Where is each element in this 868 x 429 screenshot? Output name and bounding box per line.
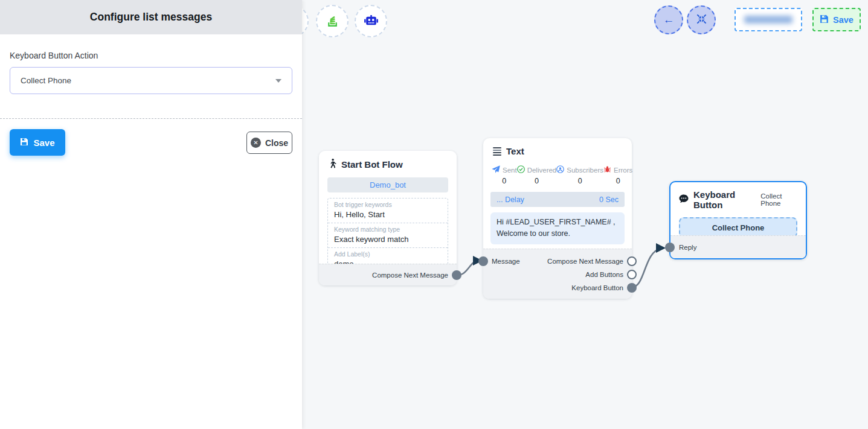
- bars-icon: [493, 147, 501, 156]
- detail-row: Bot trigger keywords Hi, Hello, Start: [328, 199, 448, 223]
- flow-save-label: Save: [833, 15, 854, 25]
- input-port-message[interactable]: [478, 256, 488, 266]
- close-icon: ✕: [251, 138, 261, 148]
- delay-value: 0 Sec: [599, 195, 619, 204]
- stack-flows-button[interactable]: [316, 5, 349, 37]
- panel-title: Configure list messages: [0, 0, 302, 34]
- detail-label: Add Label(s): [334, 250, 442, 258]
- message-preview[interactable]: Hi #LEAD_USER_FIRST_NAME# , Welcome to o…: [490, 212, 625, 244]
- keyboard-node-header: Keyboard Button Collect Phone: [670, 182, 806, 216]
- start-node-details[interactable]: Bot trigger keywords Hi, Hello, Start Ke…: [327, 198, 448, 273]
- panel-actions: Save ✕ Close: [0, 119, 302, 156]
- stat-value: 0: [616, 177, 620, 185]
- detail-value: Hi, Hello, Start: [334, 210, 442, 219]
- close-button[interactable]: ✕ Close: [246, 132, 292, 154]
- output-port-compose-next-message[interactable]: [627, 256, 637, 266]
- delay-label: ... Delay: [497, 195, 524, 204]
- floppy-icon: [20, 138, 28, 148]
- output-port-add-buttons[interactable]: [627, 270, 637, 279]
- start-bot-flow-node[interactable]: Start Bot Flow Demo_bot Bot trigger keyw…: [319, 151, 457, 285]
- keyboard-button-action-label: Keyboard Button Action: [10, 51, 292, 60]
- stat-value: 0: [535, 177, 539, 185]
- stat-label: Sent: [503, 167, 517, 174]
- save-button[interactable]: Save: [10, 129, 65, 156]
- detail-value: Exact keyword match: [334, 235, 442, 244]
- keyboard-action-button[interactable]: Collect Phone: [679, 217, 797, 238]
- output-label: Compose Next Message: [372, 272, 448, 279]
- config-panel: Configure list messages Keyboard Button …: [0, 0, 302, 429]
- stats-row: Sent 0 Delivered 0 Subscribers: [483, 161, 632, 185]
- start-node-footer: Compose Next Message: [319, 264, 457, 285]
- text-node-footer: Message Compose Next Message Add Buttons…: [483, 249, 632, 299]
- text-node[interactable]: Text Sent 0 Delivered 0: [483, 138, 632, 299]
- back-arrow-icon: ←: [663, 13, 675, 27]
- floppy-icon: [820, 14, 829, 25]
- stat-label: Delivered: [527, 167, 557, 174]
- delay-row[interactable]: ... Delay 0 Sec: [490, 192, 625, 207]
- start-node-header: Start Bot Flow: [319, 151, 457, 175]
- stat-subscribers: Subscribers 0: [556, 165, 603, 185]
- keyboard-button-node[interactable]: Keyboard Button Collect Phone Collect Ph…: [669, 181, 807, 259]
- bug-icon: [603, 165, 611, 174]
- walking-person-icon: [329, 159, 336, 170]
- redacted-action-button[interactable]: [735, 8, 802, 31]
- start-node-title: Start Bot Flow: [341, 159, 403, 170]
- output-row-add-buttons: Add Buttons: [547, 268, 632, 281]
- stat-errors: Errors 0: [603, 165, 632, 185]
- fit-view-button[interactable]: [687, 5, 716, 34]
- output-label: Keyboard Button: [571, 284, 623, 291]
- text-node-header: Text: [483, 138, 632, 161]
- input-label: Message: [492, 258, 520, 265]
- output-port-compose-next-message[interactable]: [452, 270, 461, 280]
- stack-icon: [324, 12, 341, 31]
- close-button-label: Close: [265, 138, 288, 148]
- output-row-compose-next-message: Compose Next Message: [547, 255, 632, 268]
- stat-value: 0: [578, 177, 582, 185]
- text-node-title: Text: [506, 146, 524, 156]
- keyboard-node-title: Keyboard Button: [693, 189, 756, 210]
- keyboard-button-action-select[interactable]: Collect Phone: [10, 67, 292, 94]
- stat-label: Subscribers: [567, 167, 603, 174]
- robot-icon: [363, 12, 379, 31]
- panel-body: Keyboard Button Action Collect Phone: [0, 34, 302, 94]
- chevron-down-icon: [275, 79, 281, 83]
- bot-button[interactable]: [355, 5, 387, 37]
- subscriber-icon: [556, 165, 564, 174]
- paper-plane-icon: [492, 165, 500, 174]
- output-column: Compose Next Message Add Buttons Keyboar…: [547, 255, 632, 294]
- detail-label: Bot trigger keywords: [334, 201, 442, 208]
- input-label: Reply: [679, 244, 696, 251]
- compress-icon: [696, 13, 707, 27]
- stat-sent: Sent 0: [492, 165, 517, 185]
- output-label: Compose Next Message: [547, 258, 623, 265]
- check-circle-icon: [517, 165, 525, 174]
- back-button[interactable]: ←: [654, 5, 683, 34]
- keyboard-node-footer: Reply: [670, 235, 806, 258]
- chat-bubble-icon: [679, 194, 689, 205]
- stat-value: 0: [502, 177, 506, 185]
- stat-label: Errors: [614, 167, 632, 174]
- detail-row: Keyword matching type Exact keyword matc…: [328, 223, 448, 248]
- output-port-keyboard-button[interactable]: [627, 283, 637, 293]
- input-row-message: Message: [483, 255, 520, 268]
- save-button-label: Save: [33, 138, 54, 148]
- flow-save-button[interactable]: Save: [812, 8, 861, 31]
- select-value: Collect Phone: [21, 76, 71, 85]
- output-label: Add Buttons: [585, 271, 623, 278]
- bot-name-chip[interactable]: Demo_bot: [327, 177, 448, 192]
- input-port-reply[interactable]: [665, 243, 675, 252]
- redacted-label: [744, 16, 792, 24]
- stat-delivered: Delivered 0: [517, 165, 557, 185]
- output-row-keyboard-button: Keyboard Button: [547, 281, 632, 294]
- detail-label: Keyword matching type: [334, 226, 442, 233]
- keyboard-node-subtitle: Collect Phone: [760, 192, 797, 207]
